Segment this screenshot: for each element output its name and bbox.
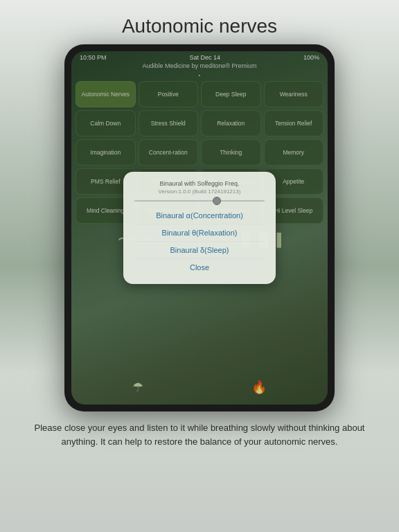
- slider-track[interactable]: [134, 200, 265, 202]
- bottom-description: Please close your eyes and listen to it …: [0, 411, 399, 448]
- ipad-frame: 10:50 PM Sat Dec 14 100% Audible Medicin…: [64, 44, 335, 411]
- popup-option-alpha[interactable]: Binaural α(Concentration): [134, 207, 265, 224]
- popup-option-theta[interactable]: Binaural θ(Relaxation): [134, 224, 265, 242]
- popup-overlay: Binaural with Solfeggio Freq. Version:1.…: [71, 51, 328, 405]
- popup-close-button[interactable]: Close: [134, 259, 265, 276]
- ipad-screen: 10:50 PM Sat Dec 14 100% Audible Medicin…: [71, 51, 328, 405]
- slider-thumb[interactable]: [213, 197, 221, 205]
- binaural-popup: Binaural with Solfeggio Freq. Version:1.…: [123, 172, 276, 284]
- popup-header: Binaural with Solfeggio Freq.: [134, 180, 265, 187]
- popup-version: Version:1.0.0 (Build 1724191213): [134, 188, 265, 195]
- page-title: Autonomic nerves: [0, 0, 399, 44]
- popup-option-delta[interactable]: Binaural δ(Sleep): [134, 242, 265, 259]
- popup-slider[interactable]: [134, 200, 265, 202]
